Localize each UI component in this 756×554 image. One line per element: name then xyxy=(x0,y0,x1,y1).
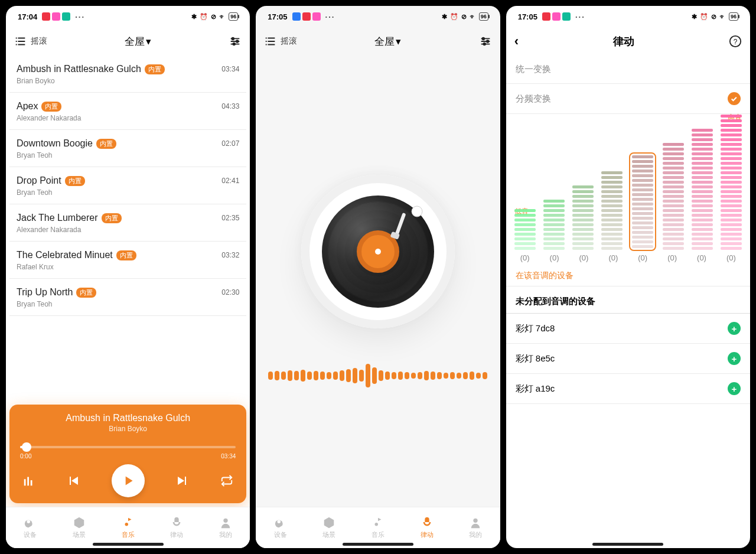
add-device-button[interactable]: + xyxy=(728,322,741,335)
mode-split-row[interactable]: 分频变换 xyxy=(506,84,750,114)
battery-icon: 96 xyxy=(479,12,488,21)
room-selector[interactable]: 全屋 ▾ xyxy=(125,35,151,48)
track-title: The Celebrated Minuet xyxy=(17,250,113,260)
page-title: 律动 xyxy=(613,34,634,48)
sliders-icon xyxy=(229,35,242,48)
device-row[interactable]: 彩灯 a19c + xyxy=(506,374,750,404)
track-row[interactable]: Apex 内置 Alexander Nakarada 04:33 xyxy=(9,93,246,130)
unassigned-devices-header: 未分配到音调的设备 xyxy=(506,286,750,314)
back-button[interactable]: ‹ xyxy=(514,34,519,49)
alarm-icon: ⏰ xyxy=(200,13,208,21)
device-row[interactable]: 彩灯 7dc8 + xyxy=(506,314,750,344)
home-indicator xyxy=(592,543,663,546)
status-bar: 17:05 ··· ✱ ⏰ ⊘ ᯤ 96 xyxy=(506,6,750,27)
eq-band-value: (0) xyxy=(602,253,624,262)
device-row[interactable]: 彩灯 8e5c + xyxy=(506,344,750,374)
tab-devices[interactable]: 设备 xyxy=(256,507,305,548)
tab-label: 我的 xyxy=(469,530,482,539)
track-artist: Bryan Teoh xyxy=(17,188,85,197)
eq-band-value: (0) xyxy=(544,253,565,262)
tab-icon xyxy=(122,516,135,529)
tab-devices[interactable]: 设备 xyxy=(6,507,55,548)
status-app-icon xyxy=(542,12,550,21)
tab-label: 音乐 xyxy=(122,530,135,539)
play-button[interactable] xyxy=(112,464,145,497)
no-sim-icon: ⊘ xyxy=(461,13,467,21)
visualizer-button[interactable] xyxy=(22,474,35,487)
alarm-icon: ⏰ xyxy=(450,13,458,21)
waveform xyxy=(268,364,487,387)
device-name: 彩灯 7dc8 xyxy=(516,323,555,334)
status-app-icon xyxy=(302,12,311,21)
tonearm-icon xyxy=(376,201,429,254)
bluetooth-icon: ✱ xyxy=(442,13,447,21)
builtin-badge: 内置 xyxy=(96,139,116,149)
tab-mine[interactable]: 我的 xyxy=(201,507,250,548)
previous-button[interactable] xyxy=(66,474,80,488)
tab-icon xyxy=(219,516,232,529)
filter-button[interactable] xyxy=(479,35,492,48)
track-row[interactable]: Jack The Lumberer 内置 Alexander Nakarada … xyxy=(9,204,246,242)
turntable xyxy=(301,175,455,328)
eq-band[interactable] xyxy=(692,129,713,250)
eq-band[interactable] xyxy=(601,171,623,250)
status-more-icon: ··· xyxy=(75,12,85,21)
category-label: 摇滚 xyxy=(281,36,297,47)
tab-music[interactable]: 音乐 xyxy=(103,507,152,548)
tab-rhythm[interactable]: 律动 xyxy=(402,507,451,548)
add-device-button[interactable]: + xyxy=(728,382,741,395)
status-more-icon: ··· xyxy=(575,12,585,21)
help-button[interactable]: ? xyxy=(729,35,742,48)
eq-band[interactable] xyxy=(543,200,565,250)
tab-mine[interactable]: 我的 xyxy=(451,507,500,548)
home-indicator xyxy=(93,543,164,546)
svg-rect-5 xyxy=(31,480,32,485)
tab-scenes[interactable]: 场景 xyxy=(55,507,104,548)
track-row[interactable]: The Celebrated Minuet 内置 Rafael Krux 03:… xyxy=(9,242,246,279)
eq-band[interactable] xyxy=(721,115,742,250)
filter-button[interactable] xyxy=(229,35,242,48)
battery-icon: 96 xyxy=(229,12,238,21)
track-list: Ambush in Rattlesnake Gulch 内置 Brian Boy… xyxy=(6,56,250,401)
room-label: 全屋 xyxy=(374,35,395,48)
status-time: 17:05 xyxy=(518,12,537,21)
eq-band[interactable] xyxy=(572,185,594,250)
tab-scenes[interactable]: 场景 xyxy=(305,507,354,548)
track-row[interactable]: Trip Up North 内置 Bryan Teoh 02:30 xyxy=(9,279,246,316)
eq-band[interactable] xyxy=(663,143,684,250)
repeat-button[interactable] xyxy=(220,474,233,487)
room-selector[interactable]: 全屋 ▾ xyxy=(374,35,401,48)
bluetooth-icon: ✱ xyxy=(191,13,197,21)
track-title: Downtown Boogie xyxy=(17,138,93,149)
svg-point-11 xyxy=(412,206,422,217)
track-title: Apex xyxy=(17,101,38,112)
category-selector[interactable]: 摇滚 xyxy=(264,35,297,48)
tab-music[interactable]: 音乐 xyxy=(354,507,403,548)
eq-band-value: (0) xyxy=(662,253,683,262)
next-button[interactable] xyxy=(175,474,190,488)
track-row[interactable]: Ambush in Rattlesnake Gulch 内置 Brian Boy… xyxy=(9,56,246,93)
track-title: Drop Point xyxy=(17,175,61,186)
device-name: 彩灯 8e5c xyxy=(516,353,555,364)
tab-rhythm[interactable]: 律动 xyxy=(152,507,201,548)
tab-label: 场景 xyxy=(73,530,86,539)
status-app-icon xyxy=(292,12,301,21)
seek-bar[interactable] xyxy=(20,446,236,448)
eq-band-value: (0) xyxy=(573,253,594,262)
page-header: 摇滚 全屋 ▾ xyxy=(6,27,250,56)
add-device-button[interactable]: + xyxy=(728,352,741,365)
status-time: 17:04 xyxy=(18,12,37,21)
eq-band[interactable] xyxy=(514,209,536,250)
track-row[interactable]: Downtown Boogie 内置 Bryan Teoh 02:07 xyxy=(9,130,246,167)
eq-band[interactable] xyxy=(630,154,655,250)
svg-point-9 xyxy=(486,40,488,43)
track-row[interactable]: Drop Point 内置 Bryan Teoh 02:41 xyxy=(9,167,246,204)
status-more-icon: ··· xyxy=(325,12,335,21)
equalizer: 低音 高音 xyxy=(506,114,750,250)
track-duration: 04:33 xyxy=(221,102,239,110)
category-selector[interactable]: 摇滚 xyxy=(14,35,47,48)
builtin-badge: 内置 xyxy=(116,250,136,260)
track-duration: 02:35 xyxy=(221,214,239,222)
mode-unified-row[interactable]: 统一变换 xyxy=(506,56,750,84)
builtin-badge: 内置 xyxy=(65,176,85,186)
